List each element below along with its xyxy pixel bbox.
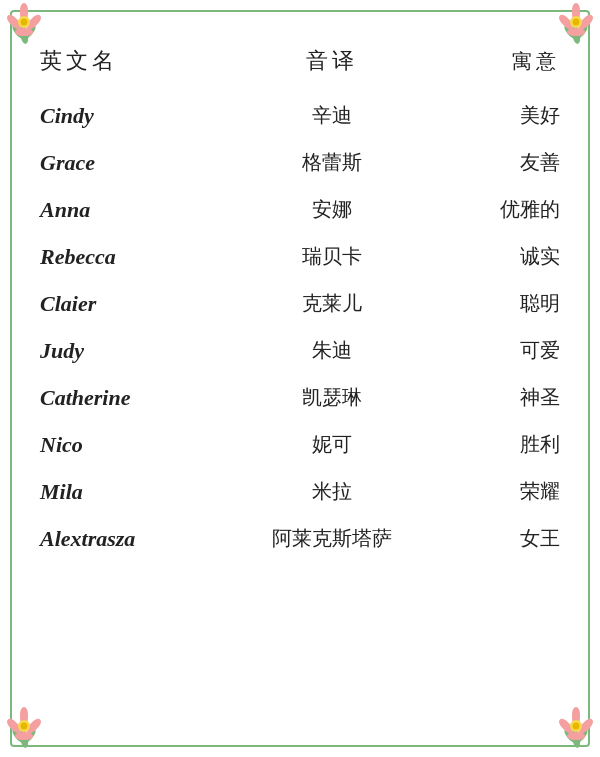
svg-point-35	[19, 732, 33, 740]
table-header-row: 英文名 音译 寓意	[30, 40, 570, 92]
cell-meaning: 优雅的	[442, 186, 570, 233]
cell-meaning: 可爱	[442, 327, 570, 374]
table-row: Anna安娜优雅的	[30, 186, 570, 233]
cell-name: Claier	[30, 280, 223, 327]
cell-name: Alextrasza	[30, 515, 223, 562]
svg-point-25	[573, 19, 580, 26]
svg-point-20	[572, 3, 580, 17]
col-header-name: 英文名	[30, 40, 223, 92]
cell-phonetic: 妮可	[223, 421, 442, 468]
corner-flower-br	[554, 706, 598, 755]
cell-name: Anna	[30, 186, 223, 233]
svg-point-38	[21, 723, 28, 730]
table-row: Mila米拉荣耀	[30, 468, 570, 515]
col-header-meaning: 寓意	[442, 40, 570, 92]
table-row: Claier克莱儿聪明	[30, 280, 570, 327]
cell-phonetic: 辛迪	[223, 92, 442, 139]
svg-point-9	[19, 28, 33, 36]
cell-name: Grace	[30, 139, 223, 186]
cell-meaning: 胜利	[442, 421, 570, 468]
table-row: Alextrasza阿莱克斯塔萨女王	[30, 515, 570, 562]
svg-point-48	[571, 732, 585, 740]
cell-meaning: 美好	[442, 92, 570, 139]
page-wrapper: 英文名 音译 寓意 Cindy辛迪美好Grace格蕾斯友善Anna安娜优雅的Re…	[0, 0, 600, 757]
table-row: Catherine凯瑟琳神圣	[30, 374, 570, 421]
cell-phonetic: 阿莱克斯塔萨	[223, 515, 442, 562]
cell-phonetic: 格蕾斯	[223, 139, 442, 186]
svg-point-22	[571, 28, 585, 36]
cell-name: Cindy	[30, 92, 223, 139]
cell-meaning: 友善	[442, 139, 570, 186]
svg-point-51	[573, 723, 580, 730]
table-container: 英文名 音译 寓意 Cindy辛迪美好Grace格蕾斯友善Anna安娜优雅的Re…	[0, 0, 600, 602]
cell-phonetic: 克莱儿	[223, 280, 442, 327]
svg-point-33	[20, 707, 28, 721]
cell-meaning: 诚实	[442, 233, 570, 280]
table-row: Judy朱迪可爱	[30, 327, 570, 374]
cell-name: Mila	[30, 468, 223, 515]
cell-meaning: 神圣	[442, 374, 570, 421]
corner-flower-bl	[2, 706, 46, 755]
svg-point-12	[21, 19, 28, 26]
cell-phonetic: 米拉	[223, 468, 442, 515]
names-table: 英文名 音译 寓意 Cindy辛迪美好Grace格蕾斯友善Anna安娜优雅的Re…	[30, 40, 570, 562]
svg-point-7	[20, 3, 28, 17]
cell-name: Judy	[30, 327, 223, 374]
col-header-phonetic: 音译	[223, 40, 442, 92]
cell-meaning: 荣耀	[442, 468, 570, 515]
cell-phonetic: 凯瑟琳	[223, 374, 442, 421]
cell-phonetic: 瑞贝卡	[223, 233, 442, 280]
cell-meaning: 聪明	[442, 280, 570, 327]
corner-flower-tl	[2, 2, 46, 51]
table-row: Rebecca瑞贝卡诚实	[30, 233, 570, 280]
svg-point-46	[572, 707, 580, 721]
cell-phonetic: 朱迪	[223, 327, 442, 374]
table-row: Grace格蕾斯友善	[30, 139, 570, 186]
cell-name: Rebecca	[30, 233, 223, 280]
cell-name: Catherine	[30, 374, 223, 421]
cell-name: Nico	[30, 421, 223, 468]
table-row: Nico妮可胜利	[30, 421, 570, 468]
table-row: Cindy辛迪美好	[30, 92, 570, 139]
corner-flower-tr	[554, 2, 598, 51]
cell-phonetic: 安娜	[223, 186, 442, 233]
cell-meaning: 女王	[442, 515, 570, 562]
